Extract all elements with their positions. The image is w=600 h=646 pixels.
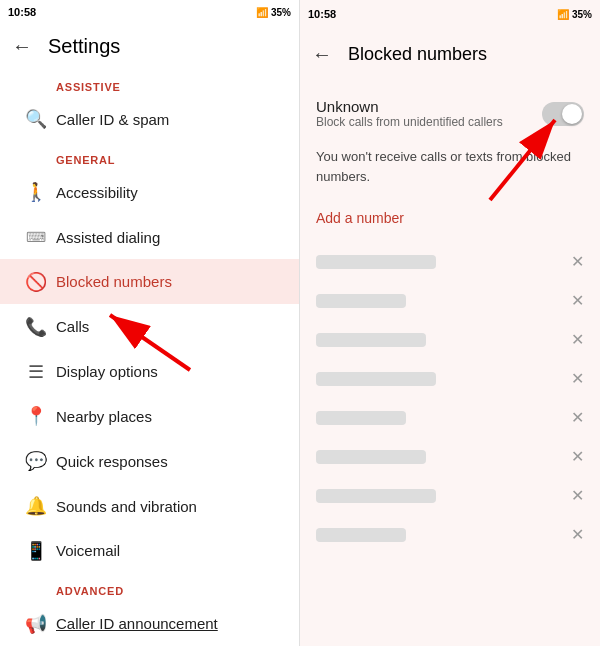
list-item: ✕ xyxy=(300,359,600,398)
right-page-title: Blocked numbers xyxy=(348,44,487,65)
blocked-number-placeholder xyxy=(316,294,406,308)
sidebar-item-blocked-numbers[interactable]: 🚫 Blocked numbers xyxy=(0,259,299,304)
list-item: ✕ xyxy=(300,437,600,476)
location-icon: 📍 xyxy=(16,405,56,427)
sidebar-item-label: Accessibility xyxy=(56,184,283,201)
remove-blocked-button[interactable]: ✕ xyxy=(571,408,584,427)
time-right: 10:58 xyxy=(308,8,336,20)
sidebar-item-caller-id-announcement[interactable]: 📢 Caller ID announcement xyxy=(0,601,299,646)
remove-blocked-button[interactable]: ✕ xyxy=(571,486,584,505)
unknown-toggle[interactable] xyxy=(542,102,584,126)
remove-blocked-button[interactable]: ✕ xyxy=(571,252,584,271)
section-advanced: ADVANCED xyxy=(0,573,299,601)
list-item: ✕ xyxy=(300,320,600,359)
unknown-subtitle: Block calls from unidentified callers xyxy=(316,115,503,129)
sidebar-item-sounds-vibration[interactable]: 🔔 Sounds and vibration xyxy=(0,484,299,529)
page-title: Settings xyxy=(48,35,120,58)
calls-icon: 📞 xyxy=(16,316,56,338)
sidebar-item-label: Sounds and vibration xyxy=(56,498,283,515)
sidebar-item-display-options[interactable]: ☰ Display options xyxy=(0,349,299,394)
remove-blocked-button[interactable]: ✕ xyxy=(571,447,584,466)
blocked-number-placeholder xyxy=(316,528,406,542)
blocked-numbers-content: Unknown Block calls from unidentified ca… xyxy=(300,80,600,646)
remove-blocked-button[interactable]: ✕ xyxy=(571,330,584,349)
list-item: ✕ xyxy=(300,476,600,515)
sidebar-item-calls[interactable]: 📞 Calls xyxy=(0,304,299,349)
section-assistive: ASSISTIVE xyxy=(0,69,299,97)
battery-left: 📶 35% xyxy=(256,7,291,18)
back-button[interactable]: ← xyxy=(12,35,32,58)
sidebar-item-quick-responses[interactable]: 💬 Quick responses xyxy=(0,439,299,484)
sidebar-item-caller-id[interactable]: 🔍 Caller ID & spam xyxy=(0,97,299,142)
toggle-knob xyxy=(562,104,582,124)
unknown-text-block: Unknown Block calls from unidentified ca… xyxy=(316,98,503,129)
blocked-number-placeholder xyxy=(316,450,426,464)
list-item: ✕ xyxy=(300,398,600,437)
sidebar-item-label: Display options xyxy=(56,363,283,380)
dialpad-icon: ⌨ xyxy=(16,229,56,245)
sound-icon: 🔔 xyxy=(16,495,56,517)
sidebar-item-voicemail[interactable]: 📱 Voicemail xyxy=(0,528,299,573)
blocked-number-placeholder xyxy=(316,255,436,269)
list-item: ✕ xyxy=(300,281,600,320)
voicemail-icon: 📱 xyxy=(16,540,56,562)
status-bar-right: 10:58 📶 35% xyxy=(300,0,600,28)
time-left: 10:58 xyxy=(8,6,36,18)
sidebar-item-label: Caller ID announcement xyxy=(56,615,283,632)
sidebar-item-nearby-places[interactable]: 📍 Nearby places xyxy=(0,394,299,439)
search-icon: 🔍 xyxy=(16,108,56,130)
list-item: ✕ xyxy=(300,242,600,281)
blocked-number-placeholder xyxy=(316,411,406,425)
blocked-numbers-panel: 10:58 📶 35% ← Blocked numbers Unknown Bl… xyxy=(300,0,600,646)
sidebar-item-label: Quick responses xyxy=(56,453,283,470)
list-item: ✕ xyxy=(300,515,600,554)
settings-header: ← Settings xyxy=(0,24,299,69)
settings-panel: 10:58 📶 35% ← Settings ASSISTIVE 🔍 Calle… xyxy=(0,0,300,646)
remove-blocked-button[interactable]: ✕ xyxy=(571,369,584,388)
sidebar-item-label: Calls xyxy=(56,318,283,335)
blocked-number-placeholder xyxy=(316,489,436,503)
sidebar-item-label: Voicemail xyxy=(56,542,283,559)
battery-right: 📶 35% xyxy=(557,9,592,20)
remove-blocked-button[interactable]: ✕ xyxy=(571,525,584,544)
announce-icon: 📢 xyxy=(16,613,56,635)
display-icon: ☰ xyxy=(16,361,56,383)
accessibility-icon: 🚶 xyxy=(16,181,56,203)
blocked-number-placeholder xyxy=(316,372,436,386)
sidebar-item-label: Assisted dialing xyxy=(56,229,283,246)
info-text: You won't receive calls or texts from bl… xyxy=(300,139,600,202)
status-bar-left: 10:58 📶 35% xyxy=(0,0,299,24)
sidebar-item-assisted-dialing[interactable]: ⌨ Assisted dialing xyxy=(0,215,299,260)
section-general: GENERAL xyxy=(0,142,299,170)
remove-blocked-button[interactable]: ✕ xyxy=(571,291,584,310)
sidebar-item-label: Caller ID & spam xyxy=(56,111,283,128)
block-icon: 🚫 xyxy=(16,271,56,293)
blocked-number-placeholder xyxy=(316,333,426,347)
sidebar-item-label: Nearby places xyxy=(56,408,283,425)
chat-icon: 💬 xyxy=(16,450,56,472)
sidebar-item-accessibility[interactable]: 🚶 Accessibility xyxy=(0,170,299,215)
sidebar-item-label: Blocked numbers xyxy=(56,273,283,290)
blocked-numbers-header: ← Blocked numbers xyxy=(300,28,600,80)
unknown-row: Unknown Block calls from unidentified ca… xyxy=(300,88,600,139)
add-number-button[interactable]: Add a number xyxy=(300,202,600,242)
right-back-button[interactable]: ← xyxy=(312,43,332,66)
unknown-title: Unknown xyxy=(316,98,503,115)
